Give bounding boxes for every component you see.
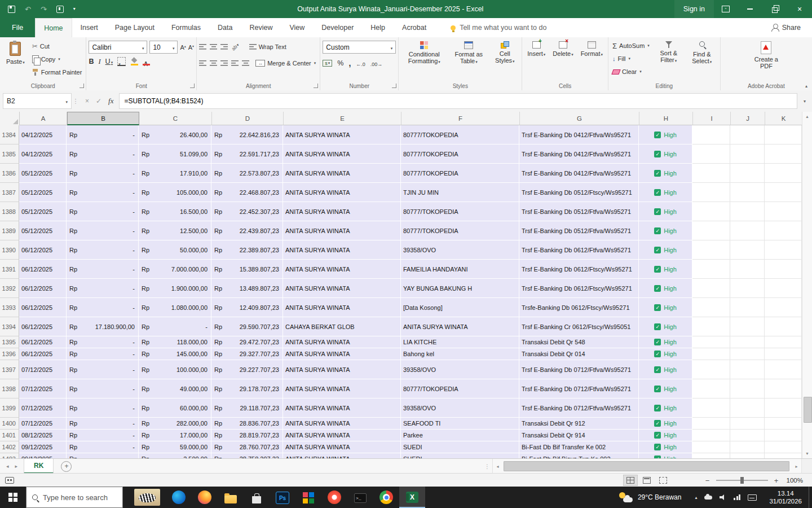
- formula-input[interactable]: =SUBTOTAL(9;B4:B1524): [119, 93, 797, 109]
- weather-widget[interactable]: 29°C Berawan: [611, 487, 690, 508]
- cell-balance[interactable]: Rp29.227.707,23: [211, 360, 283, 379]
- zebra-image[interactable]: [134, 489, 160, 506]
- cell-account-name[interactable]: ANITA SURYA WINATA: [283, 144, 401, 164]
- row-header[interactable]: 1387: [0, 183, 19, 202]
- font-color-icon[interactable]: [142, 58, 149, 65]
- cell-empty[interactable]: [765, 418, 802, 430]
- cell-date[interactable]: 06/12/2025: [19, 298, 67, 317]
- palette-app-button[interactable]: [295, 487, 321, 508]
- vertical-scrollbar[interactable]: ▲ ▼: [802, 112, 812, 458]
- cell-priority[interactable]: High: [639, 360, 692, 379]
- cell-amount-b[interactable]: Rp-: [67, 298, 139, 317]
- red-circle-app-button[interactable]: [321, 487, 347, 508]
- cell-amount-c[interactable]: Rp-: [139, 317, 211, 336]
- sort-filter-button[interactable]: Sort & Filter: [653, 39, 685, 67]
- expand-formula-bar-icon[interactable]: ▾: [797, 99, 812, 104]
- cell-amount-b[interactable]: Rp-: [67, 202, 139, 221]
- cell-balance[interactable]: Rp28.836.707,23: [211, 418, 283, 430]
- cell-balance[interactable]: Rp28.760.707,23: [211, 441, 283, 453]
- cell-account-name[interactable]: ANITA SURYA WINATA: [283, 418, 401, 430]
- tab-view[interactable]: View: [281, 18, 313, 37]
- column-header-d[interactable]: D: [212, 112, 284, 125]
- column-header-a[interactable]: A: [20, 112, 67, 125]
- cell-empty[interactable]: [765, 164, 802, 183]
- cell-balance[interactable]: Rp12.409.807,23: [211, 298, 283, 317]
- firefox-app-button[interactable]: [192, 487, 218, 508]
- cell-priority[interactable]: High: [639, 348, 692, 360]
- cell-balance[interactable]: Rp29.590.707,23: [211, 317, 283, 336]
- font-dialog-launcher-icon[interactable]: [190, 84, 195, 88]
- cell-empty[interactable]: [765, 202, 802, 221]
- cell-counterparty[interactable]: YAY BUNGA BAKUNG H: [401, 279, 519, 298]
- cancel-formula-icon[interactable]: ×: [85, 97, 89, 105]
- touch-keyboard-icon[interactable]: [748, 494, 757, 501]
- cell-counterparty[interactable]: 80777/TOKOPEDIA: [401, 144, 519, 164]
- cell-description[interactable]: Trsf E-Banking Db 0512/Ftscy/Ws95271: [519, 183, 639, 202]
- cell-amount-c[interactable]: Rp51.099,00: [139, 144, 211, 164]
- cell-amount-b[interactable]: Rp-: [67, 260, 139, 279]
- cell-amount-c[interactable]: Rp1.080.000,00: [139, 298, 211, 317]
- cell-account-name[interactable]: ANITA SURYA WINATA: [283, 298, 401, 317]
- cell-empty[interactable]: [730, 298, 765, 317]
- cell-empty[interactable]: [730, 430, 765, 441]
- minimize-button[interactable]: [738, 0, 762, 18]
- align-right-icon[interactable]: [220, 60, 228, 66]
- row-header[interactable]: 1384: [0, 125, 19, 144]
- cell-empty[interactable]: [692, 453, 730, 458]
- cell-account-name[interactable]: ANITA SURYA WINATA: [283, 260, 401, 279]
- speaker-icon[interactable]: [720, 494, 726, 500]
- column-header-g[interactable]: G: [520, 112, 639, 125]
- row-header[interactable]: 1399: [0, 398, 19, 418]
- cell-empty[interactable]: [765, 260, 802, 279]
- row-header[interactable]: 1396: [0, 348, 19, 360]
- cell-account-name[interactable]: ANITA SURYA WINATA: [283, 202, 401, 221]
- copy-button[interactable]: Copy: [30, 54, 84, 65]
- cell-empty[interactable]: [730, 125, 765, 144]
- cell-balance[interactable]: Rp29.327.707,23: [211, 348, 283, 360]
- undo-icon[interactable]: ↶: [25, 6, 31, 13]
- tab-review[interactable]: Review: [241, 18, 281, 37]
- row-header[interactable]: 1401: [0, 430, 19, 441]
- qat-customize-chevron-icon[interactable]: ▾: [73, 7, 76, 11]
- row-header[interactable]: 1398: [0, 379, 19, 398]
- merge-center-button[interactable]: Merge & Center: [254, 58, 317, 69]
- column-header-f[interactable]: F: [401, 112, 520, 125]
- cell-empty[interactable]: [692, 183, 730, 202]
- cell-empty[interactable]: [692, 144, 730, 164]
- cell-priority[interactable]: High: [639, 398, 692, 418]
- cell-empty[interactable]: [765, 398, 802, 418]
- cell-empty[interactable]: [765, 183, 802, 202]
- cell-priority[interactable]: High: [639, 317, 692, 336]
- column-header-i[interactable]: I: [693, 112, 731, 125]
- cell-balance[interactable]: Rp22.439.807,23: [211, 221, 283, 240]
- cell-description[interactable]: Trsf E-Banking Db 0412/Ftfva/Ws95271: [519, 144, 639, 164]
- show-desktop-button[interactable]: [809, 487, 812, 508]
- cell-balance[interactable]: Rp22.591.717,23: [211, 144, 283, 164]
- redo-icon[interactable]: ↷: [41, 6, 47, 13]
- collapse-ribbon-icon[interactable]: ▴: [805, 84, 807, 89]
- start-button[interactable]: [0, 487, 26, 508]
- middle-align-icon[interactable]: [210, 44, 217, 50]
- column-header-k[interactable]: K: [765, 112, 802, 125]
- column-header-j[interactable]: J: [731, 112, 765, 125]
- tab-data[interactable]: Data: [209, 18, 241, 37]
- cell-account-name[interactable]: ANITA SURYA WINATA: [283, 279, 401, 298]
- cell-empty[interactable]: [765, 453, 802, 458]
- cell-empty[interactable]: [765, 298, 802, 317]
- cell-empty[interactable]: [692, 398, 730, 418]
- cell-amount-c[interactable]: Rp7.000.000,00: [139, 260, 211, 279]
- cell-description[interactable]: Trsf E-Banking Db 0712/Ftfva/Ws95271: [519, 379, 639, 398]
- normal-view-button[interactable]: [623, 475, 638, 486]
- cell-empty[interactable]: [692, 317, 730, 336]
- ribbon-display-options-icon[interactable]: ^: [714, 0, 738, 18]
- cell-date[interactable]: 09/12/2025: [19, 453, 67, 458]
- cell-date[interactable]: 05/12/2025: [19, 221, 67, 240]
- row-header[interactable]: 1403: [0, 453, 19, 458]
- cell-description[interactable]: Trsf E-Banking Db 0612/Ftfva/Ws95271: [519, 240, 639, 260]
- tab-insert[interactable]: Insert: [72, 18, 107, 37]
- scroll-right-icon[interactable]: ▸: [792, 459, 801, 474]
- format-painter-button[interactable]: Format Painter: [30, 67, 84, 78]
- select-all-corner[interactable]: [0, 112, 20, 126]
- accounting-format-icon[interactable]: [323, 60, 332, 67]
- cell-amount-b[interactable]: Rp-: [67, 125, 139, 144]
